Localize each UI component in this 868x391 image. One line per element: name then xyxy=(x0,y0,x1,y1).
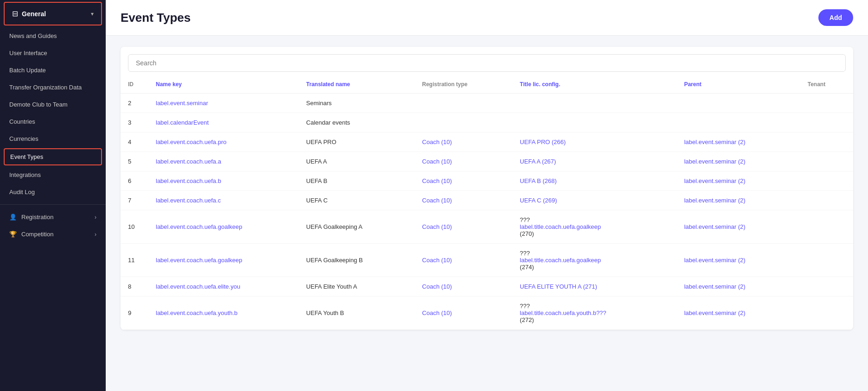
sidebar-item-news-guides[interactable]: News and Guides xyxy=(0,27,106,44)
table-body: 2 label.event.seminar Seminars 3 label.c… xyxy=(121,94,853,330)
cell-name-key[interactable]: label.event.coach.uefa.pro xyxy=(148,132,299,152)
cell-id: 3 xyxy=(121,113,148,132)
table-header-row: ID Name key Translated name Registration… xyxy=(121,76,853,94)
competition-label: Competition xyxy=(21,231,53,238)
page-header: Event Types Add xyxy=(106,0,868,36)
cell-translated-name: UEFA B xyxy=(299,171,415,191)
cell-id: 11 xyxy=(121,244,148,277)
cell-parent: label.event.seminar (2) xyxy=(677,244,800,277)
person-icon: 👤 xyxy=(9,214,17,221)
cell-title-lic-config: ???label.title.coach.uefa.youth.b???(272… xyxy=(512,296,677,330)
cell-registration-type: Coach (10) xyxy=(415,244,512,277)
cell-parent: label.event.seminar (2) xyxy=(677,296,800,330)
sidebar-item-audit-log[interactable]: Audit Log xyxy=(0,183,106,201)
table-row[interactable]: 6 label.event.coach.uefa.b UEFA B Coach … xyxy=(121,171,853,191)
cell-translated-name: Seminars xyxy=(299,94,415,113)
cell-name-key[interactable]: label.event.coach.uefa.goalkeep xyxy=(148,244,299,277)
cell-translated-name: UEFA C xyxy=(299,191,415,210)
col-tenant: Tenant xyxy=(800,76,853,94)
sidebar: General ▾ News and Guides User Interface… xyxy=(0,0,106,391)
sidebar-item-competition[interactable]: 🏆 Competition › xyxy=(0,226,106,243)
sidebar-general-title: General xyxy=(22,10,46,18)
page-title: Event Types xyxy=(121,11,191,25)
chevron-right-icon: › xyxy=(95,214,96,221)
cell-title-lic-config xyxy=(512,113,677,132)
sidebar-item-currencies[interactable]: Currencies xyxy=(0,130,106,147)
cell-name-key[interactable]: label.event.coach.uefa.elite.you xyxy=(148,277,299,296)
table-row[interactable]: 5 label.event.coach.uefa.a UEFA A Coach … xyxy=(121,152,853,171)
table-row[interactable]: 8 label.event.coach.uefa.elite.you UEFA … xyxy=(121,277,853,296)
table-header: ID Name key Translated name Registration… xyxy=(121,76,853,94)
col-id: ID xyxy=(121,76,148,94)
cell-parent: label.event.seminar (2) xyxy=(677,277,800,296)
sidebar-item-integrations[interactable]: Integrations xyxy=(0,166,106,183)
cell-name-key[interactable]: label.event.coach.uefa.b xyxy=(148,171,299,191)
cell-tenant xyxy=(800,94,853,113)
sidebar-item-event-types[interactable]: Event Types xyxy=(4,148,102,165)
sidebar-item-batch-update[interactable]: Batch Update xyxy=(0,62,106,79)
sliders-icon xyxy=(12,9,18,18)
cell-registration-type: Coach (10) xyxy=(415,171,512,191)
cell-title-lic-config: UEFA PRO (266) xyxy=(512,132,677,152)
cell-translated-name: UEFA PRO xyxy=(299,132,415,152)
table-row[interactable]: 9 label.event.coach.uefa.youth.b UEFA Yo… xyxy=(121,296,853,330)
cell-name-key[interactable]: label.event.coach.uefa.a xyxy=(148,152,299,171)
cell-name-key[interactable]: label.event.coach.uefa.goalkeep xyxy=(148,210,299,244)
col-name-key: Name key xyxy=(148,76,299,94)
sidebar-item-countries[interactable]: Countries xyxy=(0,113,106,130)
sidebar-item-registration[interactable]: 👤 Registration › xyxy=(0,208,106,226)
sidebar-item-user-interface[interactable]: User Interface xyxy=(0,44,106,62)
table-row[interactable]: 10 label.event.coach.uefa.goalkeep UEFA … xyxy=(121,210,853,244)
cell-title-lic-config: ???label.title.coach.uefa.goalkeep(274) xyxy=(512,244,677,277)
sidebar-item-demote-club[interactable]: Demote Club to Team xyxy=(0,96,106,113)
cell-parent xyxy=(677,113,800,132)
cell-title-lic-config: UEFA B (268) xyxy=(512,171,677,191)
table-row[interactable]: 2 label.event.seminar Seminars xyxy=(121,94,853,113)
chevron-down-icon: ▾ xyxy=(91,11,94,17)
table-row[interactable]: 11 label.event.coach.uefa.goalkeep UEFA … xyxy=(121,244,853,277)
table-row[interactable]: 4 label.event.coach.uefa.pro UEFA PRO Co… xyxy=(121,132,853,152)
cell-id: 2 xyxy=(121,94,148,113)
cell-tenant xyxy=(800,152,853,171)
cell-parent: label.event.seminar (2) xyxy=(677,191,800,210)
sidebar-general-header[interactable]: General ▾ xyxy=(4,2,102,25)
cell-parent: label.event.seminar (2) xyxy=(677,210,800,244)
cell-tenant xyxy=(800,244,853,277)
col-translated-name: Translated name xyxy=(299,76,415,94)
cell-registration-type: Coach (10) xyxy=(415,132,512,152)
cell-parent: label.event.seminar (2) xyxy=(677,171,800,191)
table-row[interactable]: 3 label.calendarEvent Calendar events xyxy=(121,113,853,132)
cell-registration-type: Coach (10) xyxy=(415,152,512,171)
event-types-table: ID Name key Translated name Registration… xyxy=(121,76,853,330)
content-area: ID Name key Translated name Registration… xyxy=(106,36,868,391)
col-title-lic-config: Title lic. config. xyxy=(512,76,677,94)
search-input[interactable] xyxy=(128,54,846,72)
add-button[interactable]: Add xyxy=(818,9,853,26)
cell-title-lic-config: ???label.title.coach.uefa.goalkeep(270) xyxy=(512,210,677,244)
cell-translated-name: Calendar events xyxy=(299,113,415,132)
cell-parent: label.event.seminar (2) xyxy=(677,152,800,171)
cell-name-key[interactable]: label.calendarEvent xyxy=(148,113,299,132)
cell-registration-type: Coach (10) xyxy=(415,296,512,330)
sidebar-item-transfer-org[interactable]: Transfer Organization Data xyxy=(0,79,106,96)
cell-registration-type: Coach (10) xyxy=(415,210,512,244)
cell-tenant xyxy=(800,191,853,210)
cell-parent: label.event.seminar (2) xyxy=(677,132,800,152)
cell-translated-name: UEFA A xyxy=(299,152,415,171)
cell-translated-name: UEFA Youth B xyxy=(299,296,415,330)
cell-title-lic-config: UEFA C (269) xyxy=(512,191,677,210)
cell-tenant xyxy=(800,210,853,244)
cell-tenant xyxy=(800,296,853,330)
cell-name-key[interactable]: label.event.seminar xyxy=(148,94,299,113)
cell-id: 8 xyxy=(121,277,148,296)
cell-parent xyxy=(677,94,800,113)
cell-title-lic-config: UEFA A (267) xyxy=(512,152,677,171)
cell-name-key[interactable]: label.event.coach.uefa.c xyxy=(148,191,299,210)
table-row[interactable]: 7 label.event.coach.uefa.c UEFA C Coach … xyxy=(121,191,853,210)
cell-id: 7 xyxy=(121,191,148,210)
cell-name-key[interactable]: label.event.coach.uefa.youth.b xyxy=(148,296,299,330)
table-container: ID Name key Translated name Registration… xyxy=(121,47,853,330)
trophy-icon: 🏆 xyxy=(9,231,17,238)
cell-tenant xyxy=(800,277,853,296)
cell-translated-name: UEFA Goalkeeping B xyxy=(299,244,415,277)
